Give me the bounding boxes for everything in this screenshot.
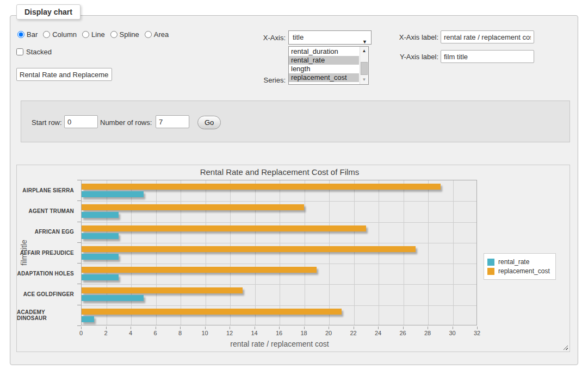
y-category-label: ACE GOLDFINGER [17,284,78,304]
x-tick-mark [304,327,305,329]
bar-replacement_cost [82,287,243,293]
x-tick-mark [428,327,428,329]
x-tick-mark [106,327,107,329]
gridline-v [255,180,256,325]
x-tick-label: 10 [194,330,216,336]
x-tick-label: 12 [219,330,240,336]
x-tick-label: 32 [466,330,488,336]
bar-rental_rate [82,254,119,260]
chart-x-axis-title: rental rate / replacement cost [81,340,478,348]
y-category-label: AGENT TRUMAN [17,200,78,221]
x-axis-select[interactable]: title ▼ [288,30,372,45]
chart-type-option-line[interactable]: Line [82,30,105,39]
legend-label-replacement_cost: replacement_cost [498,267,550,275]
x-tick-label: 20 [318,330,339,336]
chart-type-option-column[interactable]: Column [43,30,77,39]
rows-panel: Start row: Number of rows: Go [21,101,570,142]
y-tick-mark [77,305,81,305]
x-tick-mark [131,327,131,329]
chart-type-radio-line[interactable] [82,31,89,38]
y-axis-label-input[interactable] [441,50,534,63]
start-row-label: Start row: [32,118,62,127]
gridline-v [404,180,404,325]
gridline-v [206,180,206,325]
x-tick-mark [329,327,329,329]
gridline-v [453,180,454,325]
number-of-rows-label: Number of rows: [100,118,152,127]
gridline-v [379,180,379,325]
gridline-v [305,180,305,325]
x-tick-mark [453,327,453,329]
series-scrollbar[interactable]: ▲ ▼ [360,47,368,84]
bar-rental_rate [82,295,144,301]
chart-title-input[interactable] [16,68,112,81]
x-tick-label: 24 [367,330,389,336]
chart-type-radio-column[interactable] [43,31,50,38]
chart-type-option-area[interactable]: Area [145,30,169,39]
bar-rental_rate [82,191,144,197]
gridline-v [181,180,181,325]
scroll-down-icon[interactable]: ▼ [360,76,368,84]
chart-type-option-bar[interactable]: Bar [17,30,38,39]
x-tick-label: 4 [120,330,141,336]
chart-legend: rental_ratereplacement_cost [484,253,556,280]
bar-replacement_cost [82,204,304,210]
legend-row-rental_rate: rental_rate [487,258,550,266]
series-option-length[interactable]: length [289,65,359,73]
x-tick-mark [156,327,156,329]
stacked-checkbox-row[interactable]: Stacked [16,48,52,56]
bar-replacement_cost [82,246,416,252]
x-tick-mark [180,327,181,329]
start-row-input[interactable] [64,115,98,128]
legend-row-replacement_cost: replacement_cost [487,267,550,275]
resize-handle-icon[interactable] [562,344,568,350]
bar-rental_rate [82,212,119,218]
go-button[interactable]: Go [197,116,221,129]
x-tick-mark [354,327,354,329]
x-axis-label-input[interactable] [441,30,534,43]
bar-rental_rate [82,233,119,239]
scroll-up-icon[interactable]: ▲ [360,47,368,55]
x-tick-label: 0 [70,330,92,336]
bar-replacement_cost [82,267,317,273]
display-chart-legend: Display chart [16,4,81,20]
chart-type-radio-spline[interactable] [110,31,117,38]
series-option-rental_rate[interactable]: rental_rate [289,56,359,65]
y-tick-mark [77,325,81,326]
chart-type-radio-area[interactable] [145,31,152,38]
y-category-label: AFRICAN EGG [17,222,78,242]
x-tick-mark [477,327,478,329]
gridline-h [82,305,476,306]
chart-type-label-bar: Bar [27,30,38,39]
chart-title: Rental Rate and Replacement Cost of Film… [81,167,478,177]
y-tick-mark [77,242,81,243]
gridline-v [428,180,429,325]
x-tick-label: 16 [268,330,290,336]
x-tick-label: 30 [442,330,463,336]
series-option-rental_duration[interactable]: rental_duration [289,47,359,56]
stacked-checkbox[interactable] [16,48,23,55]
gridline-h [82,201,476,202]
series-option-replacement_cost[interactable]: replacement_cost [289,73,359,82]
chart-type-label-line: Line [91,30,105,39]
chart-type-label-spline: Spline [120,30,139,39]
number-of-rows-input[interactable] [156,115,189,128]
y-tick-mark [77,180,81,180]
gridline-v [156,180,157,325]
chart-container: Rental Rate and Replacement Cost of Film… [16,165,570,352]
legend-swatch-replacement_cost [487,268,494,275]
x-axis-label-caption: X-Axis label: [384,33,438,41]
legend-swatch-rental_rate [487,259,494,266]
scrollbar-thumb[interactable] [361,62,368,75]
chart-type-option-spline[interactable]: Spline [110,30,139,39]
chart-type-radio-bar[interactable] [17,31,24,38]
y-tick-mark [77,200,81,201]
gridline-h [82,284,476,285]
series-multiselect[interactable]: rental_durationrental_ratelengthreplacem… [288,46,369,85]
gridline-v [131,180,132,325]
x-tick-label: 14 [244,330,265,336]
series-list-label: Series: [234,76,286,84]
y-tick-mark [77,284,81,284]
y-category-label: ACADEMY DINOSAUR [17,305,78,325]
gridline-v [107,180,107,325]
